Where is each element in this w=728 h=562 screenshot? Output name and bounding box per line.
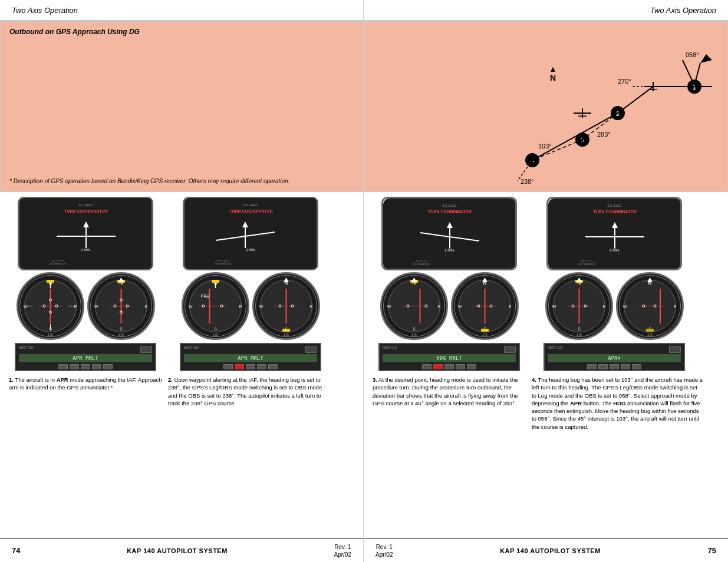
page-left: Two Axis Operation Outbound on GPS Appro… — [0, 0, 364, 562]
left-diagram: Outbound on GPS Approach Using DG * Desc… — [0, 21, 363, 192]
svg-text:175: 175 — [118, 333, 124, 336]
svg-text:175: 175 — [647, 333, 653, 336]
svg-text:175: 175 — [577, 333, 582, 336]
gps-display-2: NRST CLR APR MRLT — [180, 343, 321, 371]
left-instruments-section: S.C. ELEC. TURN COORDINATOR 2 MIN. NO PI… — [0, 192, 363, 371]
dg-svg-4: N S W E 175 — [547, 274, 611, 338]
hsi-svg-2: N S W E 175 — [254, 274, 318, 338]
svg-text:2 MIN.: 2 MIN. — [610, 249, 620, 252]
hsi-svg-4: N S W E 175 — [618, 274, 682, 338]
hsi-2: N S W E 175 — [252, 272, 320, 340]
instrument-pair-3: N S W E 175 — [380, 272, 519, 340]
svg-rect-58 — [212, 280, 219, 283]
turn-coordinator-3: S.C. ELEC. TURN COORDINATOR 2 MIN. NO PI… — [381, 197, 517, 270]
tc-svg-4: S.C. ELEC. TURN COORDINATOR 2 MIN. NO PI… — [548, 199, 681, 270]
svg-text:175: 175 — [213, 333, 218, 336]
svg-text:E: E — [144, 305, 147, 309]
gps-screen-1: APR MRLT — [19, 354, 152, 362]
svg-text:2 MIN.: 2 MIN. — [81, 248, 91, 252]
svg-text:058°: 058° — [686, 51, 699, 58]
caption-4: 4. The heading bug has been set to 103° … — [532, 376, 703, 431]
svg-text:E: E — [673, 305, 676, 309]
svg-text:TURN COORDINATOR: TURN COORDINATOR — [428, 210, 472, 214]
hsi-svg-3: N S W E 175 — [453, 274, 517, 338]
instrument-group-4: S.C. ELEC. TURN COORDINATOR 2 MIN. NO PI… — [535, 197, 694, 371]
svg-text:E: E — [239, 305, 242, 309]
right-captions: 3. At the desired point, heading mode is… — [364, 371, 728, 435]
svg-text:W: W — [23, 305, 27, 309]
turn-coordinator-1: S.C. ELEC. TURN COORDINATOR 2 MIN. NO PI… — [18, 197, 153, 270]
svg-text:S: S — [214, 327, 217, 331]
svg-text:E: E — [508, 305, 511, 309]
svg-rect-174 — [646, 329, 654, 332]
svg-text:INFORMATION: INFORMATION — [413, 263, 430, 266]
left-footer: 74 KAP 140 AUTOPILOT SYSTEM Rev. 1Apr/02 — [0, 538, 363, 562]
svg-text:W: W — [622, 305, 627, 309]
svg-rect-19 — [47, 280, 54, 283]
svg-text:270°: 270° — [618, 78, 631, 85]
svg-text:175: 175 — [284, 333, 289, 336]
instrument-pair-1: N S W E — [17, 272, 155, 340]
instrument-group-1: S.C. ELEC. TURN COORDINATOR 2 MIN. NO PI… — [6, 197, 165, 371]
instrument-group-3: S.C. ELEC. TURN COORDINATOR 2 MIN. NO PI… — [370, 197, 529, 371]
gps-screen-2: APR MRLT — [184, 354, 317, 362]
gps-screen-3: HDG MRLT — [383, 354, 516, 362]
caption-2: 2. Upon waypoint alerting at the IAF, th… — [168, 376, 327, 407]
svg-text:INFORMATION: INFORMATION — [215, 262, 231, 265]
svg-rect-139 — [481, 329, 489, 332]
hsi-1: N S W E — [87, 272, 155, 340]
svg-text:S.C. ELEC.: S.C. ELEC. — [442, 204, 457, 207]
svg-text:W: W — [259, 305, 263, 309]
dg-2: N S W E FA2 — [182, 272, 249, 340]
left-footer-title: KAP 140 AUTOPILOT SYSTEM — [127, 547, 228, 554]
svg-text:S: S — [413, 327, 416, 331]
svg-text:2 MIN.: 2 MIN. — [444, 249, 455, 252]
right-diagram: ▲ N 1 270° 058° — [364, 21, 728, 192]
left-header: Two Axis Operation — [0, 0, 363, 21]
svg-text:W: W — [188, 305, 192, 309]
svg-text:S: S — [120, 327, 123, 331]
dg-svg-3: N S W E 175 — [382, 274, 446, 338]
svg-rect-78 — [364, 22, 728, 192]
tc-svg-1: S.C. ELEC. TURN COORDINATOR 2 MIN. NO PI… — [19, 198, 151, 269]
right-footer-rev: Rev. 1Apr/02 — [375, 543, 393, 558]
svg-text:INFORMATION: INFORMATION — [50, 262, 66, 265]
diagram-title: Outbound on GPS Approach Using DG — [9, 28, 354, 36]
dg-svg-1: N S W E — [18, 274, 83, 338]
page-container: Two Axis Operation Outbound on GPS Appro… — [0, 0, 728, 562]
page-right: Two Axis Operation ▲ N 1 270° — [364, 0, 728, 562]
svg-text:E: E — [437, 305, 440, 309]
left-captions: 1. The aircraft is in APR mode approachi… — [0, 371, 363, 412]
svg-text:TURN COORDINATOR: TURN COORDINATOR — [64, 209, 108, 213]
gps-screen-4: APR♦ — [548, 354, 681, 362]
hsi-3: N S W E 175 — [451, 272, 519, 340]
dg-4: N S W E 175 — [545, 272, 613, 340]
svg-text:2 MIN.: 2 MIN. — [246, 248, 256, 252]
svg-text:INFORMATION: INFORMATION — [578, 263, 595, 266]
svg-text:FA2: FA2 — [201, 293, 210, 299]
right-header: Two Axis Operation — [364, 0, 728, 21]
hsi-svg-1: N S W E — [89, 274, 153, 338]
dg-svg-2: N S W E FA2 — [183, 274, 248, 338]
right-page-number: 75 — [708, 546, 716, 555]
right-instruments-section: S.C. ELEC. TURN COORDINATOR 2 MIN. NO PI… — [364, 192, 728, 371]
svg-text:W: W — [94, 305, 98, 309]
turn-coordinator-2: S.C. ELEC. TURN COORDINATOR 2 MIN. NO PI… — [183, 197, 318, 270]
left-header-title: Two Axis Operation — [12, 6, 78, 15]
svg-text:TURN COORDINATOR: TURN COORDINATOR — [229, 209, 273, 213]
svg-text:E: E — [74, 305, 77, 309]
svg-text:W: W — [552, 305, 556, 309]
svg-text:238°: 238° — [521, 178, 534, 185]
svg-text:103°: 103° — [538, 143, 552, 150]
caption-3: 3. At the desired point, heading mode is… — [373, 376, 532, 431]
svg-rect-71 — [282, 329, 290, 332]
right-footer: Rev. 1Apr/02 KAP 140 AUTOPILOT SYSTEM 75 — [364, 538, 728, 562]
svg-text:E: E — [309, 305, 312, 309]
svg-text:S: S — [578, 327, 581, 331]
caption-1: 1. The aircraft is in APR mode approachi… — [9, 376, 168, 407]
dg-1: N S W E — [17, 272, 84, 340]
hsi-4: N S W E 175 — [616, 272, 684, 340]
left-page-number: 74 — [12, 546, 20, 555]
svg-text:TURN COORDINATOR: TURN COORDINATOR — [593, 210, 637, 214]
approach-diagram: ▲ N 1 270° 058° — [364, 22, 728, 192]
